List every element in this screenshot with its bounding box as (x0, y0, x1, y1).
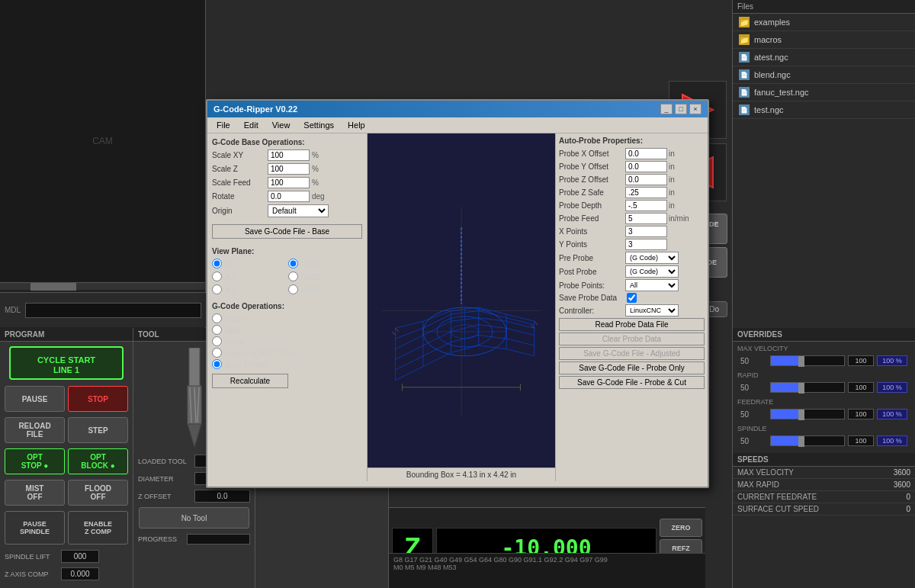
probe-x-offset-input[interactable] (625, 148, 667, 159)
post-probe-select[interactable]: (G Code) (625, 265, 679, 278)
save-gcode-adjusted-button[interactable]: Save G-Code File - Adjusted (559, 347, 705, 360)
iso2-radio[interactable] (288, 272, 298, 281)
clear-probe-data-button[interactable]: Clear Probe Data (559, 333, 705, 345)
probe-z-safe-row: Probe Z Safe in (559, 187, 705, 198)
y-points-label: Y Points (559, 240, 624, 249)
save-gcode-probe-cut-button[interactable]: Save G-Code File - Probe & Cut (559, 376, 705, 389)
save-gcode-base-button[interactable]: Save G-Code File - Base (212, 224, 362, 239)
scale-feed-input[interactable] (268, 177, 310, 188)
feedrate-handle[interactable] (798, 410, 804, 420)
list-item[interactable]: 📁 macros (733, 31, 915, 49)
export-radio[interactable] (212, 348, 222, 358)
probe-z-offset-unit: in (669, 175, 675, 184)
spindle-lift-row: SPINDLE LIFT 000 (0, 548, 133, 564)
list-item[interactable]: 📄 blend.ngc (733, 66, 915, 84)
scale-z-input[interactable] (268, 163, 310, 175)
list-item[interactable]: 📁 examples (733, 14, 915, 31)
auto-probe-label: Auto-Probe Properties: (559, 137, 705, 145)
probe-points-label: Probe Points: (559, 281, 624, 290)
scale-xy-input[interactable] (268, 149, 310, 161)
menu-file[interactable]: File (210, 119, 236, 131)
file-name: atest.ngc (754, 53, 788, 62)
cycle-start-button[interactable]: CYCLE STARTLINE 1 (9, 346, 124, 380)
max-velocity-slider[interactable] (770, 355, 845, 366)
y-points-input[interactable] (625, 239, 667, 250)
reload-step-row: RELOADFILE STEP (0, 416, 133, 445)
probe-feed-input[interactable] (625, 213, 667, 224)
no-tool-button[interactable]: No Tool (139, 507, 249, 529)
spindle-slider[interactable] (770, 435, 845, 446)
rotate-input[interactable] (268, 191, 310, 202)
none-radio[interactable] (212, 313, 222, 323)
scale-feed-row: Scale Feed % (212, 177, 362, 188)
spindle-fill (771, 436, 801, 445)
scale-z-row: Scale Z % (212, 163, 362, 175)
dialog-left-panel: G-Code Base Operations: Scale XY % Scale… (207, 133, 368, 481)
minimize-button[interactable]: _ (660, 104, 673, 114)
rapid-handle[interactable] (798, 383, 804, 394)
step-button[interactable]: STEP (68, 417, 128, 443)
pause-spindle-button[interactable]: PAUSESPINDLE (5, 511, 65, 545)
x-points-label: X Points (559, 227, 624, 236)
flood-button[interactable]: FLOODOFF (68, 480, 128, 506)
rapid-label: RAPID (736, 370, 912, 380)
list-item[interactable]: 📄 atest.ngc (733, 49, 915, 66)
file-icon: 📄 (739, 87, 750, 98)
opt-block-button[interactable]: OPTBLOCK ● (68, 448, 128, 474)
save-gcode-probe-only-button[interactable]: Save G-Code File - Probe Only (559, 361, 705, 374)
enable-z-comp-button[interactable]: ENABLEZ COMP (68, 511, 128, 545)
export-label: Export (DXF, CSV) (225, 349, 295, 358)
diameter-label: DIAMETER (138, 475, 191, 483)
list-item[interactable]: 📄 test.ngc (733, 101, 915, 119)
wrap-radio[interactable] (212, 336, 222, 346)
rapid-slider[interactable] (770, 382, 845, 393)
iso1-radio[interactable] (288, 259, 298, 268)
spindle-left: 50 (740, 437, 767, 445)
max-velocity-handle[interactable] (798, 356, 804, 367)
rapid-left: 50 (740, 384, 767, 392)
probe-z-offset-input[interactable] (625, 174, 667, 185)
rapid-pct: 100 % (877, 382, 907, 393)
pre-probe-select[interactable]: (G Code) (625, 252, 679, 264)
rapid-section: RAPID 50 100 100 % (733, 368, 915, 395)
xy-radio[interactable] (212, 259, 222, 268)
zero-button[interactable]: ZERO (660, 519, 702, 537)
pause-button[interactable]: PAUSE (5, 386, 65, 412)
origin-select[interactable]: Default (268, 204, 329, 217)
close-button[interactable]: × (689, 104, 702, 114)
export-radio-row: Export (DXF, CSV) (212, 348, 362, 358)
probe-z-safe-label: Probe Z Safe (559, 188, 624, 197)
list-item[interactable]: 📄 fanuc_test.ngc (733, 84, 915, 101)
controller-select[interactable]: LinuxCNC (625, 304, 679, 316)
mdl-input[interactable] (25, 303, 201, 318)
recalculate-button[interactable]: Recalculate (212, 374, 288, 388)
spindle-handle[interactable] (798, 436, 804, 447)
split-radio[interactable] (212, 325, 222, 335)
scale-xy-unit: % (312, 151, 331, 159)
auto-probe-radio[interactable] (212, 359, 222, 369)
menu-edit[interactable]: Edit (238, 119, 265, 131)
probe-depth-input[interactable] (625, 200, 667, 211)
menu-view[interactable]: View (266, 119, 297, 131)
yz-radio[interactable] (212, 284, 222, 294)
hscrollbar[interactable] (0, 282, 205, 290)
x-points-input[interactable] (625, 226, 667, 237)
maximize-button[interactable]: □ (675, 104, 687, 114)
mist-button[interactable]: MISTOFF (5, 480, 65, 506)
overrides-panel: OVERRIDES MAX VELOCITY 50 100 100 % RAPI… (732, 328, 915, 588)
opt-stop-button[interactable]: OPTSTOP ● (5, 448, 65, 474)
probe-z-safe-input[interactable] (625, 187, 667, 198)
reload-file-button[interactable]: RELOADFILE (5, 417, 65, 443)
stop-button[interactable]: STOP (68, 386, 128, 412)
xz-radio[interactable] (212, 272, 222, 281)
save-probe-data-checkbox[interactable] (627, 293, 637, 303)
max-velocity-row: 50 100 100 % (736, 353, 912, 368)
menu-help[interactable]: Help (342, 119, 371, 131)
read-probe-data-button[interactable]: Read Probe Data File (559, 318, 705, 331)
menu-settings[interactable]: Settings (297, 119, 340, 131)
iso3-radio[interactable] (288, 284, 298, 294)
z-axis-comp-value: 0.000 (61, 567, 99, 580)
probe-points-select[interactable]: All (625, 279, 679, 291)
probe-y-offset-input[interactable] (625, 161, 667, 172)
feedrate-slider[interactable] (770, 409, 845, 419)
